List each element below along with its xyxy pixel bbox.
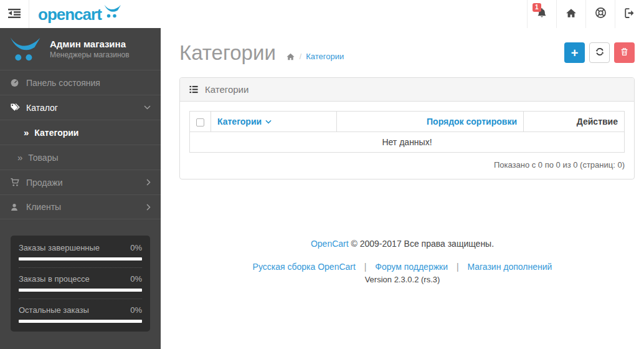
empty-row: Нет данных! [190, 132, 625, 153]
logout-button[interactable] [615, 0, 644, 28]
column-category: Категории [211, 112, 337, 132]
copyright-line: OpenCart © 2009-2017 Все права защищены. [161, 239, 644, 249]
sidebar: Админ магазина Менеджеры магазинов Панел… [0, 28, 161, 349]
column-sort-order: Порядок сортировки [337, 112, 524, 132]
sidebar-item-categories[interactable]: » Категории [0, 120, 161, 145]
home-button[interactable] [556, 0, 585, 28]
profile-header: Админ магазина Менеджеры магазинов [0, 28, 161, 70]
copyright-text: © 2009-2017 Все права защищены. [351, 239, 495, 249]
dashboard-icon [10, 78, 26, 87]
home-icon [566, 7, 577, 21]
sidebar-item-label: Клиенты [26, 202, 61, 212]
version-text: Version 2.3.0.2 (rs.3) [161, 275, 644, 284]
notifications-button[interactable]: 1 [527, 0, 556, 28]
stat-row-completed: Заказы завершенные 0% [19, 237, 142, 268]
footer-links: Русская сборка OpenCart | Форум поддержк… [161, 262, 644, 272]
column-label: Порядок сортировки [427, 117, 517, 127]
footer: OpenCart © 2009-2017 Все права защищены.… [161, 239, 644, 284]
stat-label: Остальные заказы [19, 305, 89, 315]
profile-role: Менеджеры магазинов [50, 50, 130, 59]
breadcrumb: / Категории [286, 52, 344, 61]
stat-value: 0% [130, 243, 142, 252]
plus-icon: + [571, 47, 579, 59]
breadcrumb-current-link[interactable]: Категории [306, 52, 344, 61]
panel-body: Категории Порядок сортировки [180, 102, 634, 179]
stat-value: 0% [130, 305, 142, 315]
sidebar-item-sales[interactable]: Продажи [0, 170, 161, 194]
extensions-store-link[interactable]: Магазин дополнений [467, 262, 552, 272]
delete-button[interactable] [614, 42, 635, 63]
logo-cart-icon [103, 3, 122, 21]
sort-desc-icon [265, 120, 272, 124]
sidebar-item-customers[interactable]: Клиенты [0, 194, 161, 219]
main-area: Админ магазина Менеджеры магазинов Панел… [0, 28, 644, 349]
sidebar-item-catalog[interactable]: Каталог [0, 95, 161, 120]
angle-double-right-icon: » [24, 128, 29, 137]
stat-value: 0% [130, 274, 142, 284]
categories-panel: Категории Категории [179, 77, 635, 179]
stat-label: Заказы в процессе [19, 274, 90, 284]
add-category-button[interactable]: + [564, 42, 585, 63]
page-header: Категории / Категории + [161, 28, 644, 77]
sign-out-icon [624, 7, 635, 21]
sidebar-toggle-button[interactable] [0, 0, 29, 28]
support-button[interactable] [585, 0, 615, 28]
shopping-cart-icon [10, 178, 26, 187]
chevron-right-icon [146, 179, 151, 186]
progress-bar [19, 257, 142, 261]
list-icon [189, 85, 199, 94]
life-ring-icon [595, 7, 607, 21]
opencart-footer-link[interactable]: OpenCart [311, 239, 349, 249]
user-icon [10, 203, 26, 212]
notification-badge: 1 [533, 3, 541, 12]
categories-table: Категории Порядок сортировки [189, 111, 625, 153]
progress-bar [19, 289, 142, 292]
stat-row-processing: Заказы в процессе 0% [19, 268, 142, 299]
orders-stats-panel: Заказы завершенные 0% Заказы в процессе … [11, 236, 150, 332]
support-forum-link[interactable]: Форум поддержки [375, 262, 448, 272]
stat-row-other: Остальные заказы 0% [19, 299, 142, 324]
chevron-down-icon [144, 105, 151, 110]
profile-info: Админ магазина Менеджеры магазинов [50, 39, 130, 59]
profile-name: Админ магазина [50, 39, 130, 49]
panel-title: Категории [205, 84, 249, 95]
breadcrumb-home-link[interactable] [286, 52, 295, 61]
content-area: Категории / Категории + [161, 28, 644, 349]
top-header: opencart 1 [0, 0, 644, 28]
footer-separator: | [457, 262, 459, 272]
chevron-right-icon [146, 204, 151, 211]
angle-double-right-icon: » [17, 153, 22, 162]
sidebar-item-label: Каталог [26, 103, 58, 113]
indent-icon [8, 8, 21, 21]
trash-icon [620, 47, 629, 59]
page-actions: + [564, 42, 635, 63]
refresh-icon [595, 47, 605, 59]
sort-by-category-link[interactable]: Категории [217, 117, 272, 127]
opencart-logo[interactable]: opencart [29, 0, 131, 28]
russian-build-link[interactable]: Русская сборка OpenCart [253, 262, 356, 272]
opencart-admin: opencart 1 [0, 0, 644, 349]
sidebar-item-dashboard[interactable]: Панель состояния [0, 70, 161, 95]
column-action: Действие [524, 112, 625, 132]
column-label: Категории [217, 117, 262, 127]
sidebar-menu: Панель состояния Каталог [0, 70, 161, 219]
header-spacer [131, 0, 527, 28]
pagination-status: Показано с 0 по 0 из 0 (страниц: 0) [189, 160, 625, 170]
store-cart-icon [9, 34, 42, 65]
sidebar-item-products[interactable]: » Товары [0, 145, 161, 170]
sidebar-item-label: Панель состояния [26, 78, 100, 88]
breadcrumb-separator: / [300, 52, 301, 61]
no-data-message: Нет данных! [190, 132, 625, 153]
footer-separator: | [364, 262, 367, 272]
sidebar-item-label: Продажи [26, 178, 62, 188]
logo-text: opencart [38, 6, 102, 22]
page-title: Категории [179, 42, 276, 63]
select-all-checkbox[interactable] [196, 118, 204, 127]
sort-by-order-link[interactable]: Порядок сортировки [427, 117, 517, 127]
select-all-cell [190, 112, 211, 132]
stat-label: Заказы завершенные [19, 243, 100, 252]
rebuild-button[interactable] [589, 42, 610, 63]
tags-icon [10, 103, 26, 112]
panel-heading: Категории [180, 78, 634, 102]
sidebar-item-label: Товары [28, 153, 58, 163]
